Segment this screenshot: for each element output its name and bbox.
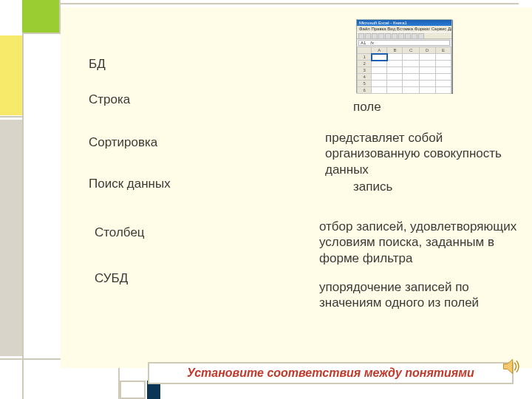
excel-row-header: 3 bbox=[358, 67, 372, 74]
excel-col-header: B bbox=[387, 47, 403, 54]
frame-cell bbox=[120, 381, 146, 399]
term-subd[interactable]: СУБД bbox=[95, 270, 146, 286]
sound-icon[interactable] bbox=[501, 356, 522, 377]
excel-row-header: 1 bbox=[358, 54, 372, 61]
frame-accent-green bbox=[22, 0, 59, 33]
term-bd[interactable]: БД bbox=[89, 56, 207, 72]
fx-icon: fx bbox=[370, 41, 374, 45]
excel-col-header bbox=[358, 47, 372, 54]
def-record[interactable]: запись bbox=[353, 179, 420, 194]
term-row[interactable]: Строка bbox=[89, 92, 148, 107]
excel-col-header: D bbox=[419, 47, 435, 54]
excel-col-header: A bbox=[372, 47, 387, 54]
frame-line bbox=[0, 116, 22, 117]
term-sort[interactable]: Сортировка bbox=[89, 134, 177, 150]
term-search[interactable]: Поиск данных bbox=[89, 176, 207, 191]
excel-col-header: E bbox=[435, 47, 451, 54]
excel-row-header: 4 bbox=[358, 74, 372, 81]
excel-row-header: 5 bbox=[358, 81, 372, 87]
footer-caption-box: Установите соответствия между понятиями bbox=[148, 362, 514, 384]
excel-titlebar: Microsoft Excel - Книга1 bbox=[357, 20, 451, 26]
term-column[interactable]: Столбец bbox=[95, 225, 161, 240]
frame-line bbox=[61, 3, 519, 4]
excel-formula-bar: A1 fx bbox=[358, 40, 450, 46]
excel-toolbar bbox=[357, 32, 451, 39]
excel-col-header: C bbox=[403, 47, 419, 54]
excel-row-header: 2 bbox=[358, 61, 372, 67]
frame-line bbox=[22, 33, 24, 399]
slide-body: Microsoft Excel - Книга1 Файл Правка Вид… bbox=[61, 7, 532, 368]
excel-row-header: 6 bbox=[358, 87, 372, 94]
footer-caption: Установите соответствия между понятиями bbox=[187, 366, 474, 380]
excel-thumbnail: Microsoft Excel - Книга1 Файл Правка Вид… bbox=[356, 19, 452, 93]
def-organized[interactable]: представляет собой организованную совоку… bbox=[325, 130, 528, 177]
excel-grid: A B C D E 1 2 3 4 5 6 bbox=[357, 47, 451, 94]
excel-cell-ref: A1 bbox=[361, 41, 366, 45]
excel-menubar: Файл Правка Вид Вставка Формат Сервис Да… bbox=[357, 26, 451, 32]
def-filter[interactable]: отбор записей, удовлетворяющих условиям … bbox=[319, 219, 532, 266]
def-field[interactable]: поле bbox=[353, 99, 405, 115]
def-ordering[interactable]: упорядочение записей по значениям одного… bbox=[319, 279, 526, 311]
frame-accent-yellow bbox=[0, 35, 22, 115]
svg-marker-0 bbox=[504, 359, 513, 373]
frame-accent-gray bbox=[0, 120, 22, 356]
